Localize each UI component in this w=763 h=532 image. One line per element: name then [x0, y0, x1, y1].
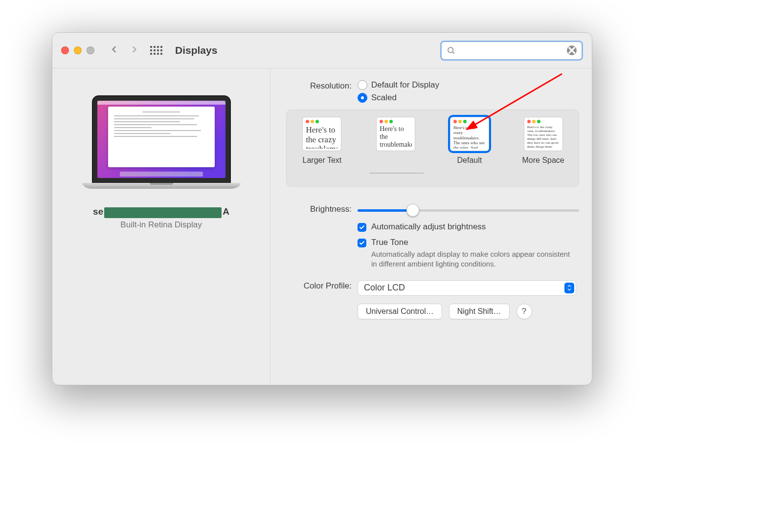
device-name-redacted [104, 207, 222, 218]
truetone-checkbox[interactable] [358, 239, 366, 247]
color-profile-select[interactable]: Color LCD [358, 280, 576, 296]
night-shift-button[interactable]: Night Shift… [449, 304, 510, 319]
radio-default-for-display[interactable] [358, 80, 367, 90]
nav-buttons [109, 44, 139, 57]
truetone-label: True Tone [371, 238, 572, 247]
device-name-suffix: A [223, 206, 229, 217]
scale-tile-larger-text[interactable]: Here's to the crazy troublemakers. [302, 117, 341, 151]
radio-scaled-label: Scaled [371, 93, 397, 103]
device-subtitle: Built-in Retina Display [120, 220, 202, 230]
svg-point-0 [448, 47, 453, 53]
scale-tile-mid[interactable]: Here's to the troublemakers ones who [376, 117, 415, 151]
display-preview-pane: se A Built-in Retina Display [52, 68, 270, 385]
brightness-slider-thumb[interactable] [406, 204, 419, 217]
color-profile-label: Color Profile: [283, 280, 358, 291]
brightness-label: Brightness: [283, 203, 358, 214]
help-button[interactable]: ? [516, 304, 532, 319]
search-icon [447, 46, 455, 55]
clear-search-button[interactable] [567, 45, 577, 55]
truetone-description: Automatically adapt display to make colo… [371, 249, 572, 269]
auto-brightness-checkbox[interactable] [358, 223, 366, 232]
scale-tile-label-3: More Space [522, 156, 564, 165]
universal-control-button[interactable]: Universal Control… [358, 304, 442, 319]
forward-button[interactable] [130, 44, 139, 57]
device-name: se A [93, 206, 229, 217]
scale-tile-label-2: Default [457, 156, 482, 165]
search-field-wrap[interactable] [440, 41, 583, 61]
zoom-window-button[interactable] [87, 46, 94, 54]
window-controls [61, 46, 94, 54]
color-profile-row: Color Profile: Color LCD [283, 280, 579, 296]
auto-brightness-label: Automatically adjust brightness [371, 222, 486, 232]
titlebar: Displays [52, 33, 592, 68]
brightness-row: Brightness: Automatically adjust brightn… [283, 203, 579, 269]
scale-connector-line [370, 173, 424, 174]
radio-default-label: Default for Display [371, 80, 439, 90]
system-prefs-window: Displays [52, 32, 592, 385]
scale-tile-label-0: Larger Text [303, 156, 342, 165]
resolution-label: Resolution: [283, 80, 358, 91]
svg-line-5 [468, 74, 562, 129]
laptop-preview [92, 95, 231, 183]
select-stepper-icon [564, 283, 574, 293]
minimize-window-button[interactable] [74, 46, 82, 54]
footer-buttons: Universal Control… Night Shift… ? [358, 304, 579, 319]
svg-line-1 [452, 52, 454, 53]
annotation-arrow [459, 72, 567, 135]
brightness-slider[interactable] [358, 204, 579, 216]
search-input[interactable] [459, 45, 563, 55]
window-title: Displays [175, 44, 217, 56]
close-window-button[interactable] [61, 46, 69, 54]
device-name-prefix: se [93, 206, 103, 217]
color-profile-value: Color LCD [364, 283, 405, 293]
show-all-button[interactable] [150, 46, 162, 55]
back-button[interactable] [109, 44, 119, 57]
radio-scaled[interactable] [358, 93, 367, 103]
